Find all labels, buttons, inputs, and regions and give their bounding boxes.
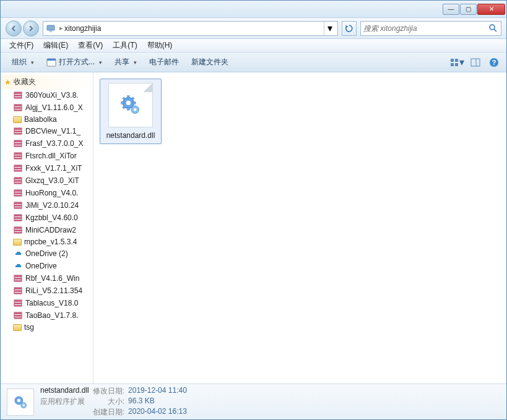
svg-rect-37 (14, 170, 22, 171)
content-area[interactable]: netstandard.dll (93, 72, 506, 384)
onedrive-icon (13, 261, 23, 271)
close-button[interactable]: ✕ (477, 4, 505, 15)
sidebar-item[interactable]: Fxxk_V1.7.1_XiT (1, 162, 93, 174)
svg-rect-0 (47, 25, 54, 30)
open-with-button[interactable]: 打开方式... (40, 54, 108, 70)
sidebar-item[interactable]: 360YouXi_V3.8. (1, 89, 93, 101)
svg-rect-9 (455, 63, 458, 66)
sidebar-item[interactable]: Balabolka (1, 114, 93, 125)
sidebar-item-label: Frasf_V3.7.0.0_X (25, 139, 83, 148)
sidebar-item[interactable]: Frasf_V3.7.0.0_X (1, 137, 93, 150)
svg-rect-28 (14, 143, 22, 145)
sidebar-item[interactable]: Glxzq_V3.0_XiT (1, 174, 93, 187)
favorites-header[interactable]: ★ 收藏夹 (1, 75, 93, 89)
sidebar-item[interactable]: JiMi_V2.0.10.24 (1, 199, 93, 212)
sidebar-item[interactable]: Algj_V1.11.6.0_X (1, 101, 93, 114)
details-file-icon (7, 388, 34, 416)
sidebar-item-label: tsg (24, 323, 34, 332)
sidebar-item-label: Kgzbbl_V4.60.0 (25, 213, 78, 222)
menu-edit[interactable]: 编辑(E) (38, 39, 73, 52)
sidebar-item[interactable]: tsg (1, 322, 93, 333)
details-mod-value: 2019-12-04 11:40 (128, 386, 187, 396)
forward-button[interactable] (23, 20, 39, 36)
sidebar-item[interactable]: OneDrive (1, 260, 93, 272)
toolbar-right: ▾ ? (449, 56, 501, 69)
svg-rect-44 (14, 192, 22, 194)
folder-icon (13, 324, 22, 331)
svg-rect-52 (14, 217, 22, 219)
sidebar-item[interactable]: Kgzbbl_V4.60.0 (1, 212, 93, 224)
sidebar-item-label: Rbf_V4.1.6_Win (25, 274, 79, 283)
email-button[interactable]: 电子邮件 (143, 54, 185, 70)
menu-help[interactable]: 帮助(H) (142, 39, 178, 52)
sidebar-item[interactable]: DBCView_V1.1_ (1, 125, 93, 137)
sidebar-item-label: RiLi_V5.2.11.354 (25, 286, 82, 295)
search-icon (488, 24, 498, 33)
svg-rect-65 (14, 293, 22, 294)
menu-view[interactable]: 查看(V) (73, 39, 108, 52)
svg-rect-77 (121, 102, 124, 105)
archive-icon (13, 200, 23, 210)
svg-rect-27 (14, 140, 22, 142)
sidebar-item[interactable]: mpcbe_v1.5.3.4 (1, 236, 93, 247)
svg-rect-29 (14, 145, 22, 147)
sidebar-item[interactable]: Tablacus_V18.0 (1, 297, 93, 309)
help-button[interactable]: ? (487, 56, 501, 69)
svg-line-3 (494, 29, 496, 32)
sidebar-item[interactable]: Rbf_V4.1.6_Win (1, 272, 93, 285)
navbar: ▸ xitongzhijia ▾ (1, 18, 506, 39)
refresh-button[interactable] (342, 21, 357, 36)
archive-icon (13, 176, 23, 186)
archive-icon (13, 188, 23, 198)
arrow-left-icon (10, 25, 17, 32)
open-with-label: 打开方式... (59, 57, 95, 67)
search-input[interactable] (363, 24, 488, 33)
svg-rect-40 (14, 180, 22, 182)
preview-pane-button[interactable] (468, 56, 483, 69)
address-dropdown[interactable]: ▾ (324, 22, 335, 35)
details-create-label: 创建日期: (93, 407, 124, 418)
share-button[interactable]: 共享 (108, 54, 143, 70)
svg-text:?: ? (492, 59, 496, 66)
svg-rect-68 (14, 302, 22, 304)
body-area: ★ 收藏夹 360YouXi_V3.8.Algj_V1.11.6.0_XBala… (1, 72, 506, 384)
file-item-netstandard[interactable]: netstandard.dll (100, 79, 162, 144)
address-bar[interactable]: ▸ xitongzhijia ▾ (43, 21, 338, 36)
sidebar-item[interactable]: RiLi_V5.2.11.354 (1, 285, 93, 297)
svg-rect-75 (128, 96, 130, 99)
arrow-right-icon (27, 25, 35, 32)
sidebar-item[interactable]: OneDrive (2) (1, 247, 93, 260)
svg-rect-6 (451, 59, 454, 62)
details-type: 应用程序扩展 (40, 396, 89, 407)
sidebar[interactable]: ★ 收藏夹 360YouXi_V3.8.Algj_V1.11.6.0_XBala… (1, 72, 93, 384)
svg-rect-61 (14, 280, 22, 281)
sidebar-item[interactable]: HuoRong_V4.0. (1, 187, 93, 199)
svg-point-85 (134, 108, 137, 111)
svg-rect-56 (14, 229, 22, 231)
view-icon (449, 58, 459, 67)
svg-rect-36 (14, 168, 22, 169)
organize-button[interactable]: 组织 (6, 54, 40, 70)
archive-icon (13, 163, 23, 173)
sidebar-item[interactable]: Ftsrch.dll_XiTor (1, 150, 93, 162)
minimize-button[interactable]: — (443, 4, 459, 15)
back-button[interactable] (6, 20, 22, 36)
new-folder-button[interactable]: 新建文件夹 (185, 54, 235, 70)
svg-rect-45 (14, 195, 22, 196)
sidebar-item-label: Glxzq_V3.0_XiT (25, 176, 79, 185)
sidebar-item[interactable]: MiniCADDraw2 (1, 224, 93, 236)
sidebar-item-label: MiniCADDraw2 (25, 226, 76, 234)
sidebar-item-label: DBCView_V1.1_ (25, 127, 80, 135)
svg-rect-10 (471, 59, 480, 66)
svg-rect-31 (14, 153, 22, 155)
menu-tools[interactable]: 工具(T) (108, 39, 142, 52)
details-size-label: 大小: (93, 396, 124, 407)
sidebar-item[interactable]: TaoBao_V1.7.8. (1, 309, 93, 322)
archive-icon (13, 90, 23, 100)
menu-file[interactable]: 文件(F) (4, 39, 38, 52)
breadcrumb-folder[interactable]: xitongzhijia (64, 24, 324, 33)
search-bar[interactable] (360, 21, 501, 36)
maximize-button[interactable]: ▢ (460, 4, 477, 15)
computer-icon (46, 24, 56, 33)
view-options-button[interactable]: ▾ (449, 56, 464, 69)
